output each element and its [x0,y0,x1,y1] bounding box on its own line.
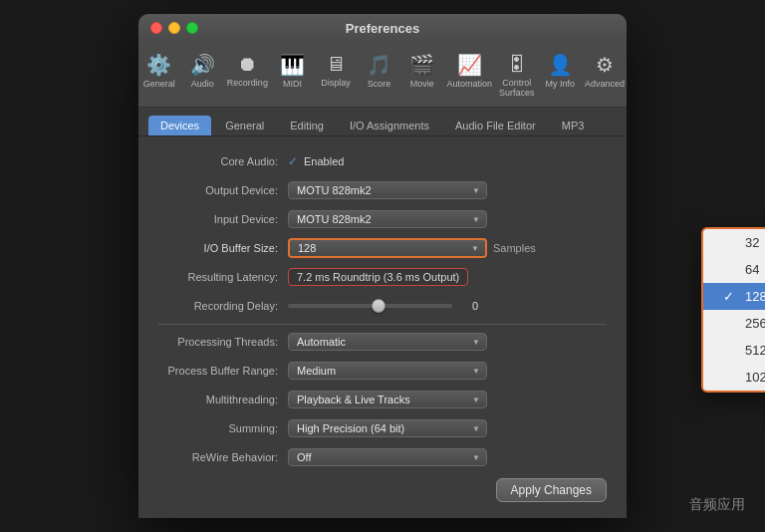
toolbar-score[interactable]: 🎵 Score [359,50,399,101]
minimize-button[interactable] [168,22,180,34]
tab-devices[interactable]: Devices [148,116,211,135]
output-device-row: Output Device: MOTU 828mk2 ▼ [158,179,607,201]
core-audio-row: Core Audio: ✓ Enabled [158,150,607,172]
dropdown-item-512[interactable]: 512 [703,337,765,364]
display-icon: 🖥 [326,53,346,76]
core-audio-label: Core Audio: [158,155,288,167]
process-buffer-select[interactable]: Medium ▼ [288,362,487,380]
input-device-select[interactable]: MOTU 828mk2 ▼ [288,210,487,228]
movie-icon: 🎬 [409,53,434,77]
multithreading-row: Multithreading: Playback & Live Tracks ▼ [158,389,607,410]
processing-threads-value: Automatic ▼ [288,333,607,351]
divider [158,324,607,325]
processing-threads-label: Processing Threads: [158,336,288,348]
tab-audio-file-editor[interactable]: Audio File Editor [443,116,548,135]
dropdown-item-128[interactable]: ✓ 128 [703,283,765,310]
multithreading-label: Multithreading: [158,394,288,405]
toolbar-automation-label: Automation [447,79,493,89]
summing-value: High Precision (64 bit) ▼ [288,419,607,437]
toolbar-recording[interactable]: ⏺ Recording [225,50,270,101]
tab-mp3[interactable]: MP3 [550,116,597,135]
chevron-down-icon: ▼ [472,424,480,433]
processing-threads-row: Processing Threads: Automatic ▼ [158,331,607,353]
toolbar: ⚙️ General 🔊 Audio ⏺ Recording 🎹 MIDI 🖥 … [138,42,627,108]
tab-editing[interactable]: Editing [278,116,336,135]
process-buffer-value: Medium ▼ [288,362,607,380]
buffer-size-value: 128 ▼ Samples 32 64 ✓ 1 [288,238,607,258]
rewire-row: ReWire Behavior: Off ▼ [158,446,607,468]
summing-select[interactable]: High Precision (64 bit) ▼ [288,419,487,437]
dropdown-item-32[interactable]: 32 [703,229,765,256]
check-icon: ✓ [723,289,737,304]
core-audio-text: Enabled [304,155,344,167]
tab-general[interactable]: General [213,116,276,135]
input-device-value: MOTU 828mk2 ▼ [288,210,607,228]
input-device-row: Input Device: MOTU 828mk2 ▼ [158,208,607,230]
toolbar-general[interactable]: ⚙️ General [138,50,179,101]
audio-icon: 🔊 [190,53,215,77]
window-title: Preferences [346,21,419,36]
core-audio-checkmark: ✓ [288,154,298,168]
maximize-button[interactable] [186,22,198,34]
tab-io-assignments[interactable]: I/O Assignments [338,116,441,135]
multithreading-select[interactable]: Playback & Live Tracks ▼ [288,391,487,408]
recording-delay-label: Recording Delay: [158,300,288,312]
latency-value: 7.2 ms Roundtrip (3.6 ms Output) [288,268,607,286]
devices-content: Core Audio: ✓ Enabled Output Device: MOT… [138,136,627,518]
chevron-down-icon: ▼ [472,215,480,224]
close-button[interactable] [150,22,162,34]
toolbar-advanced[interactable]: ⚙ Advanced [583,50,627,101]
automation-icon: 📈 [457,53,482,77]
recording-delay-display: 0 [458,300,478,312]
toolbar-movie[interactable]: 🎬 Movie [401,50,442,101]
recording-delay-value: 0 [288,300,607,312]
buffer-size-label: I/O Buffer Size: [158,242,288,254]
dropdown-item-256[interactable]: 256 [703,310,765,337]
chevron-down-icon: ▼ [472,367,480,376]
slider-container: 0 [288,300,478,312]
dropdown-item-64[interactable]: 64 [703,256,765,283]
slider-track [288,304,452,308]
myinfo-icon: 👤 [548,53,573,77]
toolbar-midi[interactable]: 🎹 MIDI [272,50,313,101]
rewire-value: Off ▼ [288,448,607,466]
buffer-size-select[interactable]: 128 ▼ [288,238,487,258]
watermark-text: 音频应用 [689,496,745,514]
latency-row: Resulting Latency: 7.2 ms Roundtrip (3.6… [158,266,607,288]
core-audio-value: ✓ Enabled [288,154,607,168]
toolbar-control[interactable]: 🎛 Control Surfaces [496,50,537,101]
buffer-size-dropdown: 32 64 ✓ 128 256 [701,227,765,393]
output-device-select[interactable]: MOTU 828mk2 ▼ [288,181,487,199]
toolbar-control-label: Control Surfaces [498,78,535,98]
button-row: Apply Changes [158,478,607,502]
multithreading-value: Playback & Live Tracks ▼ [288,391,607,408]
toolbar-audio[interactable]: 🔊 Audio [181,50,222,101]
title-bar: Preferences [138,14,627,42]
tab-bar: Devices General Editing I/O Assignments … [138,108,627,136]
toolbar-myinfo-label: My Info [545,79,575,89]
toolbar-automation[interactable]: 📈 Automation [445,50,495,101]
recording-delay-row: Recording Delay: 0 [158,295,607,317]
samples-label: Samples [493,242,536,254]
general-icon: ⚙️ [146,53,171,77]
rewire-select[interactable]: Off ▼ [288,448,487,466]
process-buffer-row: Process Buffer Range: Medium ▼ [158,360,607,382]
output-device-label: Output Device: [158,184,288,196]
processing-threads-select[interactable]: Automatic ▼ [288,333,487,351]
slider-thumb[interactable] [372,299,385,313]
toolbar-myinfo[interactable]: 👤 My Info [540,50,581,101]
recording-icon: ⏺ [237,53,257,76]
chevron-down-icon: ▼ [472,338,480,347]
toolbar-general-label: General [143,79,175,89]
dropdown-item-1024[interactable]: 1024 [703,364,765,391]
toolbar-movie-label: Movie [410,79,434,89]
toolbar-display[interactable]: 🖥 Display [315,50,356,101]
toolbar-display-label: Display [321,78,351,88]
recording-delay-slider[interactable] [288,304,452,308]
buffer-size-row: I/O Buffer Size: 128 ▼ Samples 32 64 [158,237,607,259]
advanced-icon: ⚙ [596,53,614,77]
traffic-lights [150,22,198,34]
input-device-label: Input Device: [158,213,288,225]
apply-changes-button[interactable]: Apply Changes [496,478,607,502]
chevron-down-icon: ▼ [472,186,480,195]
